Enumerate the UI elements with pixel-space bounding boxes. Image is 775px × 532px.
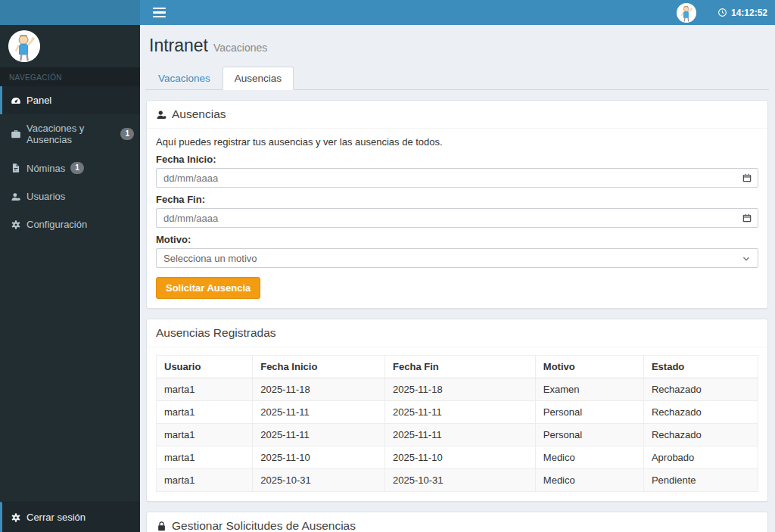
- table-row: marta1 2025-10-31 2025-10-31 Medico Pend…: [157, 469, 758, 492]
- cell-motivo: Examen: [535, 378, 643, 401]
- cell-usuario: marta1: [157, 401, 253, 424]
- absences-panel: Ausencias Aquí puedes registrar tus ause…: [146, 100, 768, 309]
- user-add-icon: [156, 109, 167, 120]
- table-row: marta1 2025-11-11 2025-11-11 Personal Re…: [157, 424, 758, 446]
- cell-fecha-inicio: 2025-11-18: [253, 378, 385, 401]
- registered-panel-body: Usuario Fecha Inicio Fecha Fin Motivo Es…: [147, 347, 767, 501]
- logo-area[interactable]: [0, 0, 140, 25]
- sidebar-item-label: Nóminas: [26, 163, 65, 174]
- sidebar-user-panel: [0, 25, 140, 67]
- clock-display: 14:12:52: [717, 8, 767, 18]
- cell-usuario: marta1: [157, 378, 253, 401]
- registered-panel-header: Ausencias Registradas: [147, 319, 767, 347]
- clock-time: 14:12:52: [731, 8, 767, 18]
- sidebar-badge: 1: [70, 162, 84, 174]
- col-estado: Estado: [643, 356, 758, 378]
- tab-vacaciones[interactable]: Vacaciones: [146, 67, 223, 90]
- end-date-label: Fecha Fin:: [156, 194, 758, 205]
- absences-description: Aquí puedes registrar tus ausencias y ve…: [156, 136, 758, 148]
- reason-select-value: Selecciona un motivo: [163, 253, 257, 264]
- sidebar-toggle-button[interactable]: [146, 0, 172, 25]
- gear-icon: [11, 512, 21, 523]
- sidebar-avatar: [8, 30, 41, 63]
- sidebar-item-configuracion[interactable]: Configuración: [0, 210, 140, 238]
- start-date-wrap: [156, 168, 758, 188]
- cell-fecha-fin: 2025-11-10: [385, 446, 536, 469]
- sidebar-badge: 1: [120, 128, 134, 140]
- dashboard-icon: [11, 95, 21, 106]
- end-date-input[interactable]: [156, 208, 758, 228]
- main-content: IntranetVacaciones Vacaciones Ausencias …: [140, 25, 775, 532]
- calendar-icon[interactable]: [742, 213, 752, 223]
- cell-usuario: marta1: [157, 424, 253, 446]
- cell-fecha-inicio: 2025-10-31: [253, 469, 385, 492]
- briefcase-icon: [11, 129, 21, 139]
- col-fecha-fin: Fecha Fin: [385, 356, 536, 378]
- manage-panel-title: Gestionar Solicitudes de Ausencias: [172, 519, 356, 532]
- sidebar-item-panel[interactable]: Panel: [0, 86, 140, 114]
- manage-requests-panel: Gestionar Solicitudes de Ausencias: [146, 512, 768, 532]
- start-date-label: Fecha Inicio:: [156, 154, 758, 165]
- page-title: IntranetVacaciones: [149, 36, 765, 56]
- col-motivo: Motivo: [535, 356, 643, 378]
- manage-panel-header: Gestionar Solicitudes de Ausencias: [147, 512, 767, 532]
- cell-estado: Pendiente: [643, 469, 758, 492]
- cell-fecha-fin: 2025-11-11: [385, 401, 536, 424]
- cell-motivo: Medico: [535, 446, 643, 469]
- absences-table: Usuario Fecha Inicio Fecha Fin Motivo Es…: [156, 355, 758, 492]
- sidebar-menu: Panel Vacaciones y Ausencias 1 Nóminas 1…: [0, 86, 140, 238]
- cell-fecha-fin: 2025-11-18: [385, 378, 536, 401]
- request-absence-button[interactable]: Solicitar Ausencia: [156, 277, 260, 299]
- gear-icon: [11, 219, 21, 230]
- table-row: marta1 2025-11-18 2025-11-18 Examen Rech…: [157, 378, 758, 401]
- avatar-cartoon-icon: [8, 30, 41, 63]
- registered-absences-panel: Ausencias Registradas Usuario Fecha Inic…: [146, 319, 768, 502]
- absences-panel-header: Ausencias: [147, 101, 767, 129]
- cell-fecha-fin: 2025-11-11: [385, 424, 536, 446]
- table-header-row: Usuario Fecha Inicio Fecha Fin Motivo Es…: [157, 356, 758, 378]
- hamburger-icon: [153, 8, 166, 18]
- calendar-icon[interactable]: [742, 173, 752, 183]
- sidebar-section-header: NAVEGACIÓN: [0, 67, 140, 86]
- page-subtitle: Vacaciones: [213, 42, 267, 54]
- payroll-file-icon: [11, 163, 21, 173]
- cell-estado: Rechazado: [643, 424, 758, 446]
- absences-panel-title: Ausencias: [172, 107, 226, 121]
- cell-usuario: marta1: [157, 469, 253, 492]
- col-fecha-inicio: Fecha Inicio: [253, 356, 385, 378]
- sidebar-item-label: Usuarios: [26, 191, 65, 202]
- user-icon: [11, 191, 21, 202]
- cell-motivo: Medico: [535, 469, 643, 492]
- col-usuario: Usuario: [157, 356, 253, 378]
- cell-fecha-inicio: 2025-11-11: [253, 424, 385, 446]
- table-row: marta1 2025-11-10 2025-11-10 Medico Apro…: [157, 446, 758, 469]
- sidebar-item-vacaciones-ausencias[interactable]: Vacaciones y Ausencias 1: [0, 114, 140, 154]
- reason-label: Motivo:: [156, 234, 758, 245]
- absences-panel-body: Aquí puedes registrar tus ausencias y ve…: [147, 129, 767, 308]
- cell-fecha-fin: 2025-10-31: [385, 469, 536, 492]
- sidebar: NAVEGACIÓN Panel Vacaciones y Ausencias …: [0, 25, 140, 532]
- logout-label: Cerrar sesión: [26, 512, 86, 523]
- user-avatar[interactable]: [677, 3, 696, 23]
- sidebar-item-usuarios[interactable]: Usuarios: [0, 182, 140, 210]
- tab-bar: Vacaciones Ausencias: [145, 67, 769, 90]
- page-title-text: Intranet: [149, 36, 208, 55]
- clock-icon: [717, 8, 727, 17]
- end-date-wrap: [156, 208, 758, 228]
- sidebar-item-label: Vacaciones y Ausencias: [26, 123, 115, 145]
- avatar-cartoon-icon: [677, 3, 696, 23]
- navbar-right: 14:12:52: [677, 0, 775, 25]
- cell-fecha-inicio: 2025-11-11: [253, 401, 385, 424]
- lock-icon: [156, 521, 167, 532]
- sidebar-item-nominas[interactable]: Nóminas 1: [0, 154, 140, 182]
- cell-motivo: Personal: [535, 424, 643, 446]
- cell-estado: Aprobado: [643, 446, 758, 469]
- chevron-down-icon: [741, 254, 752, 264]
- reason-select[interactable]: Selecciona un motivo: [156, 248, 758, 268]
- start-date-input[interactable]: [156, 168, 758, 188]
- logout-button[interactable]: Cerrar sesión: [0, 502, 140, 532]
- cell-motivo: Personal: [535, 401, 643, 424]
- registered-panel-title: Ausencias Registradas: [156, 326, 276, 340]
- table-row: marta1 2025-11-11 2025-11-11 Personal Re…: [157, 401, 758, 424]
- tab-ausencias[interactable]: Ausencias: [223, 67, 294, 90]
